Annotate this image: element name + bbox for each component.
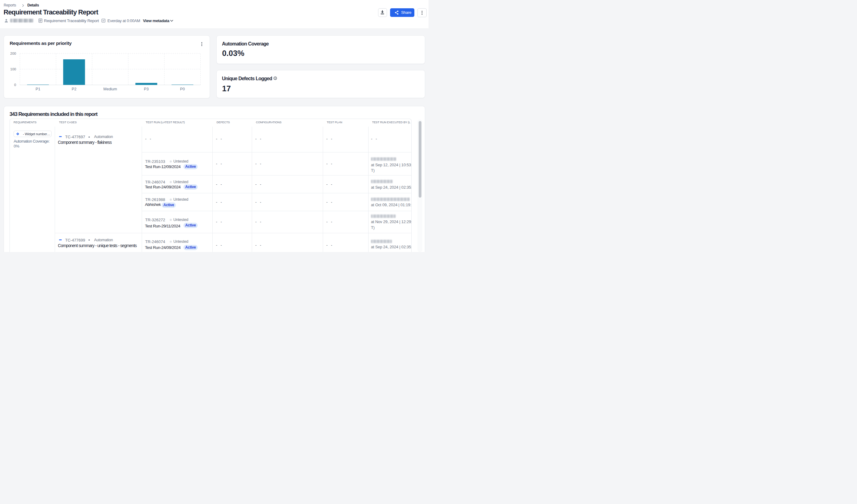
svg-text:0: 0 bbox=[14, 83, 16, 87]
svg-text:200: 200 bbox=[10, 52, 16, 55]
svg-text:P2: P2 bbox=[72, 87, 76, 91]
svg-text:Medium: Medium bbox=[103, 87, 117, 91]
svg-text:100: 100 bbox=[10, 67, 16, 71]
svg-text:P1: P1 bbox=[36, 87, 40, 91]
svg-text:P3: P3 bbox=[144, 87, 149, 91]
svg-text:P0: P0 bbox=[180, 87, 185, 91]
